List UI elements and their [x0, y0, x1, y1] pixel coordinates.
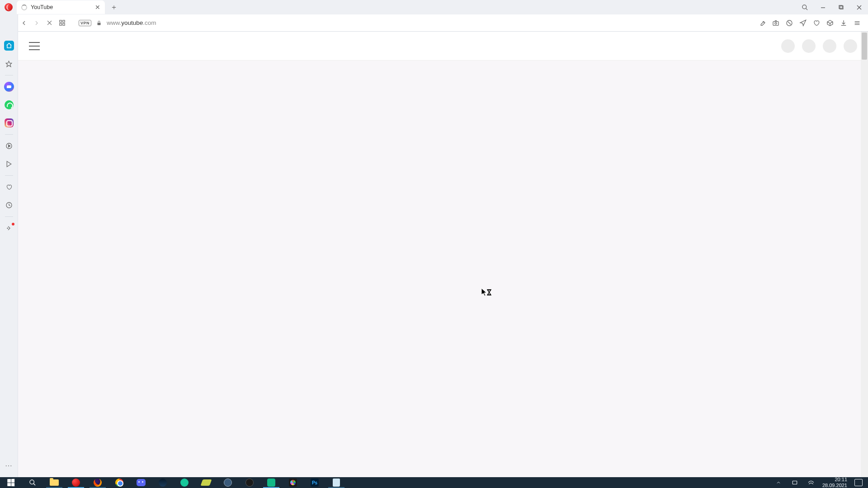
speed-dial-button[interactable] [56, 17, 68, 29]
search-tabs-button[interactable] [796, 0, 814, 14]
svg-line-34 [33, 483, 35, 485]
opera-menu-button[interactable] [5, 3, 13, 11]
svg-rect-32 [487, 295, 491, 296]
taskbar-app-globe-button[interactable] [217, 477, 239, 488]
notepad-icon [331, 478, 341, 488]
svg-marker-30 [481, 288, 486, 296]
window-minimize-button[interactable] [814, 0, 832, 14]
tab-close-button[interactable]: ✕ [95, 4, 100, 10]
heart-icon[interactable] [812, 19, 821, 28]
sidebar-more-button[interactable]: ⋯ [5, 461, 13, 470]
downloads-icon[interactable] [839, 19, 848, 28]
taskbar-firefox-button[interactable] [87, 477, 108, 488]
nav-stop-button[interactable] [43, 17, 55, 29]
youtube-header-skeleton [781, 39, 857, 53]
discord-icon [136, 478, 146, 488]
tab-title: YouTube [31, 4, 53, 10]
svg-line-1 [806, 8, 807, 10]
taskbar-app-teal-button[interactable] [174, 477, 195, 488]
browser-tab[interactable]: YouTube ✕ [17, 0, 105, 14]
taskbar-notepad-button[interactable] [326, 477, 347, 488]
nav-back-button[interactable] [18, 17, 30, 29]
sidebar-messenger-icon[interactable] [4, 82, 14, 92]
clock-time: 20:11 [822, 477, 847, 483]
sidebar-personal-news-icon[interactable] [4, 223, 14, 233]
taskbar-chrome-button[interactable] [108, 477, 130, 488]
youtube-menu-button[interactable] [29, 42, 40, 50]
youtube-header [18, 32, 868, 61]
resolve-icon [288, 478, 298, 488]
adblock-icon[interactable] [785, 19, 794, 28]
clock-date: 28.09.2021 [822, 483, 847, 488]
taskbar-streamlabs-button[interactable] [260, 477, 282, 488]
svg-rect-10 [62, 20, 64, 22]
sidebar-player-icon[interactable] [4, 141, 14, 151]
window-maximize-button[interactable] [832, 0, 850, 14]
sidebar-whatsapp-icon[interactable] [4, 100, 14, 110]
window-close-button[interactable] [850, 0, 868, 14]
svg-marker-27 [7, 161, 11, 167]
taskbar-explorer-button[interactable] [43, 477, 65, 488]
taskbar-resolve-button[interactable] [282, 477, 304, 488]
url-prefix: www. [107, 19, 121, 26]
svg-rect-35 [793, 481, 797, 484]
send-icon[interactable] [798, 19, 807, 28]
svg-marker-18 [800, 20, 806, 26]
sidebar-workspace-home-icon[interactable] [4, 41, 14, 51]
youtube-body-loading [18, 61, 868, 477]
nav-forward-button[interactable] [31, 17, 42, 29]
svg-rect-12 [62, 23, 64, 25]
skeleton-placeholder-icon [823, 39, 836, 53]
new-tab-button[interactable]: ＋ [108, 2, 119, 13]
app-yellow-icon [201, 478, 211, 488]
bookmark-edit-icon[interactable] [758, 19, 767, 28]
sidebar-pinboards-heart-icon[interactable] [4, 182, 14, 192]
vpn-badge[interactable]: VPN [79, 20, 91, 26]
skeleton-placeholder-icon [844, 39, 857, 53]
taskbar-app-yellow-button[interactable] [195, 477, 217, 488]
taskbar-clock[interactable]: 20:11 28.09.2021 [822, 477, 847, 488]
opera-icon [71, 478, 81, 488]
lock-icon[interactable] [95, 20, 103, 26]
address-bar: VPN www.youtube.com [0, 14, 868, 32]
sidebar-history-icon[interactable] [4, 200, 14, 210]
streamlabs-icon [266, 478, 276, 488]
taskbar-opera-button[interactable] [65, 477, 87, 488]
url-suffix: .com [143, 19, 156, 26]
skeleton-placeholder-icon [802, 39, 816, 53]
windows-taskbar: Ps 20:11 28.09.2021 [0, 477, 868, 488]
taskbar-discord-button[interactable] [130, 477, 152, 488]
url-host: youtube [121, 19, 143, 26]
sidebar-flow-icon[interactable] [4, 159, 14, 169]
tray-notifications-icon[interactable] [854, 478, 863, 488]
scrollbar-track[interactable] [861, 32, 868, 477]
snapshot-icon[interactable] [771, 19, 780, 28]
taskbar-steam-button[interactable] [152, 477, 174, 488]
steam-icon [158, 478, 168, 488]
taskbar-search-button[interactable] [22, 477, 43, 488]
scrollbar-thumb[interactable] [862, 33, 867, 60]
sidebar-instagram-icon[interactable] [4, 118, 14, 128]
url-field[interactable]: www.youtube.com [104, 19, 757, 26]
taskbar-start-button[interactable] [0, 477, 22, 488]
tab-strip: YouTube ✕ ＋ [0, 0, 868, 14]
svg-rect-11 [59, 23, 61, 25]
easy-setup-icon[interactable] [853, 19, 862, 28]
taskbar-obs-button[interactable] [239, 477, 260, 488]
page-viewport [18, 32, 868, 477]
app-teal-icon [179, 478, 189, 488]
tray-show-hidden-icon[interactable] [774, 478, 783, 488]
tray-nvidia-icon[interactable] [790, 478, 800, 488]
firefox-icon [93, 478, 103, 488]
obs-icon [245, 478, 255, 488]
chrome-icon [114, 478, 124, 488]
tray-network-icon[interactable] [806, 478, 816, 488]
extensions-icon[interactable] [826, 19, 835, 28]
loading-spinner-icon [21, 5, 27, 10]
sidebar-workspace-star-icon[interactable] [4, 59, 14, 69]
taskbar-photoshop-button[interactable]: Ps [304, 477, 326, 488]
start-icon [6, 478, 16, 488]
svg-rect-13 [98, 23, 101, 25]
search-icon [28, 478, 38, 488]
svg-point-29 [7, 228, 8, 229]
